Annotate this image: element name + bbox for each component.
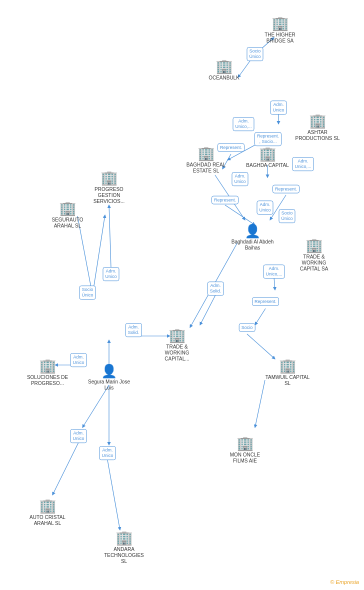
person-icon: 👤 <box>244 224 260 238</box>
node-progreso-gestion[interactable]: 🏢 PROGRESO GESTION SERVICIOS... <box>86 171 132 204</box>
badge-socio-unico-2[interactable]: SocioÚnico <box>278 209 295 223</box>
node-trade-working-capital-main[interactable]: 🏢 TRADE & WORKING CAPITAL... <box>154 328 200 362</box>
node-label: BAGHDAD REAL ESTATE SL <box>184 162 228 174</box>
person-icon: 👤 <box>101 364 117 378</box>
badge-represent-4[interactable]: Represent. <box>252 298 279 306</box>
node-trade-working-capital-top[interactable]: 🏢 TRADE & WORKING CAPITAL SA <box>292 238 336 272</box>
badge-socio-1[interactable]: Socio <box>239 324 256 332</box>
svg-line-8 <box>274 278 275 290</box>
node-soluciones-progreso[interactable]: 🏢 SOLUCIONES DE PROGRESO... <box>25 359 70 386</box>
svg-line-10 <box>247 334 275 359</box>
node-segurauto-arahal[interactable]: 🏢 SEGURAUTO ARAHAL SL <box>45 202 90 229</box>
node-label: PROGRESO GESTION SERVICIOS... <box>86 186 132 204</box>
badge-represent-socio[interactable]: Represent., Socio... <box>254 132 282 146</box>
badge-adm-unico-2[interactable]: Adm.Unico,... <box>232 117 254 131</box>
svg-line-11 <box>255 380 265 428</box>
badge-adm-solid-1[interactable]: Adm.Solid. <box>208 282 224 296</box>
badge-adm-unico-9[interactable]: Adm.Unico <box>70 429 86 443</box>
building-icon: 🏢 <box>216 60 233 74</box>
badge-adm-unico-3[interactable]: Adm.Unico,... <box>292 157 314 171</box>
building-icon: 🏢 <box>198 146 215 160</box>
svg-line-14 <box>109 205 111 268</box>
node-label: TAMWUIL CAPITAL SL <box>265 374 310 386</box>
building-icon: 🏢 <box>309 114 326 128</box>
svg-line-23 <box>200 295 216 325</box>
building-icon: 🏢 <box>272 16 289 30</box>
building-icon: 🏢 <box>279 359 296 373</box>
node-tamwuil-capital[interactable]: 🏢 TAMWUIL CAPITAL SL <box>265 359 310 386</box>
graph-container: 🏢 THE HIGHER BRIDGE SA 🏢 OCEANBULK 🏢 ASH… <box>0 0 364 590</box>
node-label: OCEANBULK <box>208 75 240 81</box>
watermark-brand: Empresia <box>336 579 359 585</box>
node-label: SEGURAUTO ARAHAL SL <box>45 217 90 229</box>
node-baghdadi-al-abdeh[interactable]: 👤 Baghdadi Al Abdeh Baihas <box>230 224 275 251</box>
badge-represent-1[interactable]: Represent. <box>218 144 244 152</box>
node-baghda-capital[interactable]: 🏢 BAGHDA CAPITAL <box>246 147 288 168</box>
svg-line-13 <box>92 215 105 295</box>
node-segura-marin[interactable]: 👤 Segura Marin Jose Luis <box>86 364 132 391</box>
badge-adm-solid-2[interactable]: Adm.Solid. <box>126 323 142 337</box>
badge-adm-unico-8[interactable]: Adm.Unico <box>70 353 86 367</box>
building-icon: 🏢 <box>39 359 56 373</box>
badge-socio-unico-3[interactable]: SocioÚnico <box>79 286 96 300</box>
svg-line-9 <box>255 308 266 325</box>
badge-represent-2[interactable]: Represent. <box>272 185 300 194</box>
badge-adm-unico-4[interactable]: Adm.Unico <box>232 172 248 186</box>
svg-line-19 <box>108 460 120 530</box>
building-icon: 🏢 <box>236 436 254 450</box>
svg-line-6 <box>225 205 255 225</box>
building-icon: 🏢 <box>39 499 56 513</box>
node-label: AUTO CRISTAL ARAHAL SL <box>25 514 70 526</box>
node-oceanbulk[interactable]: 🏢 OCEANBULK <box>208 60 240 81</box>
node-auto-cristal-arahal[interactable]: 🏢 AUTO CRISTAL ARAHAL SL <box>25 499 70 526</box>
badge-adm-unico-7[interactable]: Adm.Unico <box>102 267 119 281</box>
badge-socio-unico-1[interactable]: SocioÚnico <box>246 47 263 61</box>
svg-line-20 <box>82 385 109 428</box>
badge-adm-unico-1[interactable]: Adm.Unico <box>270 100 286 114</box>
node-label: ANDARA TECHNOLOGIES SL <box>102 546 146 564</box>
badge-adm-unico-5[interactable]: Adm.Unico <box>256 200 273 214</box>
building-icon: 🏢 <box>59 202 76 216</box>
watermark-copyright: © <box>330 579 334 585</box>
node-label: BAGHDA CAPITAL <box>246 162 288 168</box>
building-icon: 🏢 <box>259 147 276 161</box>
node-the-higher-bridge[interactable]: 🏢 THE HIGHER BRIDGE SA <box>258 16 302 44</box>
badge-adm-unico-10[interactable]: Adm.Unico <box>99 446 116 460</box>
node-label: ASHTAR PRODUCTIONS SL <box>295 130 340 142</box>
badge-adm-unico-6[interactable]: Adm.Unico,... <box>263 264 284 278</box>
building-icon: 🏢 <box>100 171 118 185</box>
node-label: THE HIGHER BRIDGE SA <box>258 32 302 44</box>
building-icon: 🏢 <box>306 238 323 252</box>
node-ashtar-productions[interactable]: 🏢 ASHTAR PRODUCTIONS SL <box>295 114 340 142</box>
building-icon-red: 🏢 <box>168 328 186 342</box>
svg-line-18 <box>52 442 78 495</box>
node-andara-technologies[interactable]: 🏢 ANDARA TECHNOLOGIES SL <box>102 531 146 564</box>
node-label: MON ONCLE FILMS AIE <box>222 452 268 464</box>
building-icon: 🏢 <box>116 531 133 545</box>
badge-represent-3[interactable]: Represent. <box>212 196 238 204</box>
node-label: Segura Marin Jose Luis <box>86 379 132 391</box>
node-label: TRADE & WORKING CAPITAL... <box>154 344 200 362</box>
watermark: © Empresia <box>330 579 359 585</box>
node-label: Baghdadi Al Abdeh Baihas <box>230 239 275 251</box>
node-mon-oncle-films[interactable]: 🏢 MON ONCLE FILMS AIE <box>222 436 268 464</box>
node-label: TRADE & WORKING CAPITAL SA <box>292 254 336 272</box>
node-label: SOLUCIONES DE PROGRESO... <box>25 374 70 386</box>
